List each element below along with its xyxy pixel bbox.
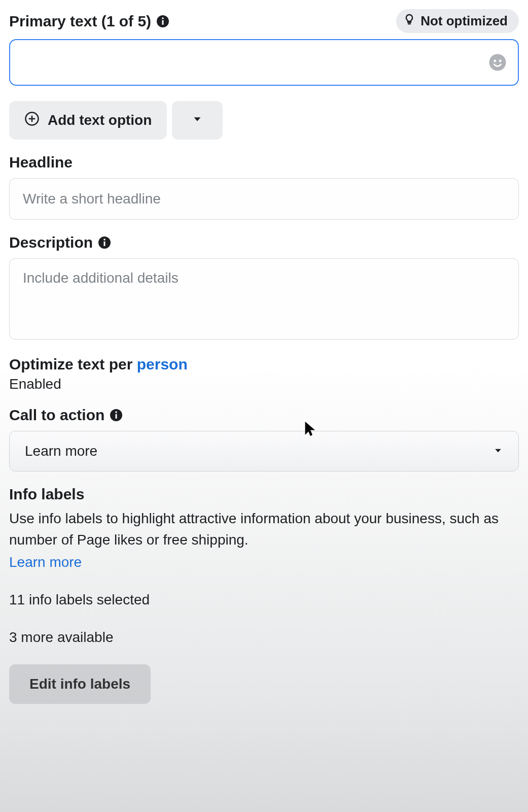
add-text-option-button[interactable]: Add text option (9, 101, 167, 140)
info-labels-section: Info labels Use info labels to highlight… (9, 486, 519, 704)
info-labels-available-count: 3 more available (9, 627, 519, 648)
caret-down-icon (192, 112, 203, 128)
description-label-wrap: Description (9, 234, 519, 251)
optimize-label: Optimize text per person (9, 356, 519, 373)
edit-info-labels-label: Edit info labels (29, 676, 130, 692)
lightbulb-icon (403, 13, 415, 29)
svg-point-3 (489, 54, 506, 71)
info-icon[interactable] (156, 15, 169, 28)
svg-point-14 (116, 411, 118, 413)
add-text-option-row: Add text option (9, 101, 519, 140)
caret-down-icon (493, 443, 503, 459)
optimize-status: Enabled (9, 376, 519, 392)
emoji-icon[interactable] (488, 53, 507, 72)
info-icon[interactable] (110, 409, 123, 422)
primary-text-label: Primary text (1 of 5) (9, 13, 151, 30)
info-labels-selected-count: 11 info labels selected (9, 589, 519, 611)
optimization-badge[interactable]: Not optimized (396, 9, 519, 33)
optimize-person-link[interactable]: person (137, 356, 188, 373)
svg-rect-10 (104, 242, 105, 246)
svg-rect-13 (116, 414, 117, 419)
cta-select[interactable]: Learn more (9, 431, 519, 471)
info-icon[interactable] (98, 236, 111, 249)
svg-point-2 (162, 17, 164, 19)
headline-label-wrap: Headline (9, 154, 519, 171)
info-labels-description: Use info labels to highlight attractive … (9, 508, 519, 551)
info-labels-heading: Info labels (9, 486, 519, 503)
edit-info-labels-button[interactable]: Edit info labels (9, 664, 151, 704)
svg-point-5 (499, 60, 502, 62)
description-input[interactable] (9, 258, 519, 340)
svg-rect-1 (162, 20, 164, 24)
primary-text-section: Primary text (1 of 5) Not optimized Add … (9, 9, 519, 140)
primary-text-header: Primary text (1 of 5) Not optimized (9, 9, 519, 33)
cta-label-wrap: Call to action (9, 407, 519, 424)
svg-point-4 (494, 60, 496, 62)
headline-section: Headline (9, 154, 519, 220)
optimization-badge-text: Not optimized (420, 13, 508, 29)
cta-section: Call to action Learn more (9, 407, 519, 471)
optimize-section: Optimize text per person Enabled (9, 356, 519, 392)
description-section: Description (9, 234, 519, 342)
primary-text-input[interactable] (21, 54, 488, 71)
optimize-label-prefix: Optimize text per (9, 356, 137, 373)
primary-text-input-wrap[interactable] (9, 39, 519, 86)
description-label: Description (9, 234, 93, 251)
add-text-option-label: Add text option (48, 112, 152, 128)
headline-label: Headline (9, 154, 73, 171)
headline-input[interactable] (9, 178, 519, 220)
add-text-option-dropdown-button[interactable] (172, 101, 223, 140)
info-labels-learn-more-link[interactable]: Learn more (9, 554, 82, 570)
plus-circle-icon (24, 111, 40, 130)
cta-label: Call to action (9, 407, 104, 424)
cta-selected-value: Learn more (25, 443, 97, 459)
primary-text-label-wrap: Primary text (1 of 5) (9, 13, 169, 30)
info-labels-description-text: Use info labels to highlight attractive … (9, 511, 499, 548)
svg-point-11 (103, 239, 105, 241)
